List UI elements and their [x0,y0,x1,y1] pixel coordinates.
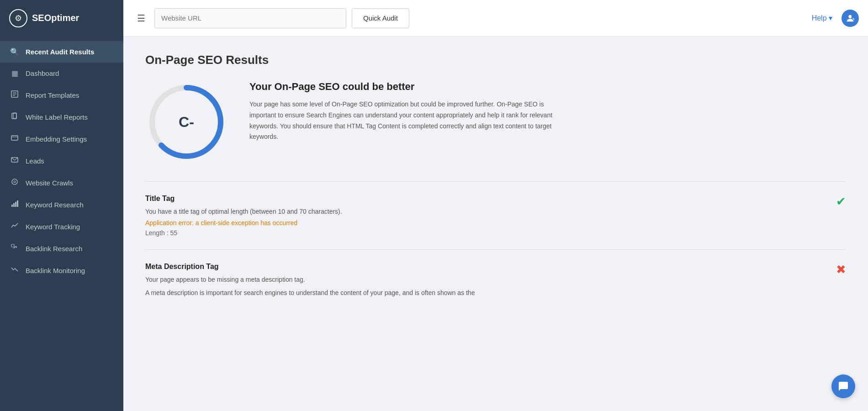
svg-point-0 [848,15,852,18]
logo-icon: ⚙ [9,9,27,27]
svg-rect-17 [11,244,14,247]
score-heading: Your On-Page SEO could be better [249,81,569,93]
sidebar-item-label: Embedding Settings [26,135,87,143]
backlink-monitoring-icon [10,266,19,275]
svg-point-11 [12,179,17,184]
sidebar-item-leads[interactable]: Leads [0,150,123,172]
result-title: Title Tag [145,195,825,203]
search-icon: 🔍 [10,47,19,56]
svg-point-1 [852,15,854,18]
sidebar-item-white-label-reports[interactable]: White Label Reports [0,106,123,128]
backlink-research-icon [10,244,19,253]
page-title: On-Page SEO Results [145,53,846,67]
sidebar-item-label: Report Templates [26,91,79,99]
sidebar-item-label: Recent Audit Results [26,48,94,56]
svg-rect-8 [11,136,18,140]
svg-rect-7 [13,113,16,118]
chat-bubble[interactable] [831,374,855,398]
sidebar-item-label: Dashboard [26,69,59,77]
svg-rect-14 [13,203,15,207]
svg-rect-16 [17,200,18,207]
dashboard-icon: ▦ [10,69,19,78]
fail-icon: ✖ [836,263,846,277]
menu-button[interactable]: ☰ [133,9,149,27]
quick-audit-button[interactable]: Quick Audit [352,8,409,28]
keyword-tracking-icon [10,222,19,231]
result-text-1: Your page appears to be missing a meta d… [145,274,825,285]
result-content: Title Tag You have a title tag of optima… [145,195,825,237]
sidebar-item-report-templates[interactable]: Report Templates [0,84,123,106]
sidebar-item-keyword-research[interactable]: Keyword Research [0,194,123,216]
sidebar-item-backlink-research[interactable]: Backlink Research [0,237,123,259]
sidebar-item-label: Backlink Monitoring [26,267,85,274]
sidebar-item-label: Keyword Research [26,201,84,209]
sidebar: 🔍 Recent Audit Results ▦ Dashboard Repor… [0,37,123,411]
sidebar-item-label: White Label Reports [26,113,88,121]
result-text-2: A meta description is important for sear… [145,288,825,298]
sidebar-item-dashboard[interactable]: ▦ Dashboard [0,63,123,84]
leads-icon [10,156,19,165]
sidebar-item-recent-audit-results[interactable]: 🔍 Recent Audit Results [0,41,123,63]
result-title: Meta Description Tag [145,263,825,271]
result-content: Meta Description Tag Your page appears t… [145,263,825,300]
sidebar-item-label: Backlink Research [26,245,82,253]
pass-icon: ✔ [836,195,846,209]
crawls-icon [10,178,19,187]
logo-text: SEOptimer [32,13,79,23]
white-label-icon [10,112,19,121]
result-meta-description: Meta Description Tag Your page appears t… [145,249,846,313]
sidebar-item-keyword-tracking[interactable]: Keyword Tracking [0,216,123,237]
sidebar-item-label: Keyword Tracking [26,223,80,231]
svg-point-12 [14,181,16,183]
svg-rect-13 [11,205,13,207]
logo: ⚙ SEOptimer [0,0,123,37]
main-content: On-Page SEO Results C- Your On-Page SEO … [123,37,868,411]
header: ⚙ SEOptimer ☰ Quick Audit Help ▾ [0,0,868,37]
user-avatar[interactable] [842,10,859,27]
result-text-0: You have a title tag of optimal length (… [145,206,825,216]
sidebar-item-website-crawls[interactable]: Website Crawls [0,172,123,194]
embedding-icon [10,134,19,143]
sidebar-item-label: Leads [26,157,44,165]
url-input[interactable] [154,8,346,28]
sidebar-item-backlink-monitoring[interactable]: Backlink Monitoring [0,259,123,281]
score-description: Your On-Page SEO could be better Your pa… [249,81,569,142]
result-error-0: Application error: a client-side excepti… [145,219,825,227]
result-meta-0: Length : 55 [145,229,825,237]
score-grade: C- [179,114,194,131]
svg-rect-6 [12,113,16,119]
keyword-research-icon [10,200,19,209]
sidebar-item-embedding-settings[interactable]: Embedding Settings [0,128,123,150]
result-header: Meta Description Tag Your page appears t… [145,263,846,300]
result-header: Title Tag You have a title tag of optima… [145,195,846,237]
report-templates-icon [10,90,19,100]
score-circle: C- [145,81,228,163]
header-right: Help ▾ [812,10,859,27]
sidebar-item-label: Website Crawls [26,179,73,187]
score-card: C- Your On-Page SEO could be better Your… [145,81,846,163]
layout: 🔍 Recent Audit Results ▦ Dashboard Repor… [0,37,868,411]
result-title-tag: Title Tag You have a title tag of optima… [145,181,846,249]
help-button[interactable]: Help ▾ [812,14,832,22]
svg-rect-15 [15,202,16,207]
score-description-text: Your page has some level of On-Page SEO … [249,99,569,142]
